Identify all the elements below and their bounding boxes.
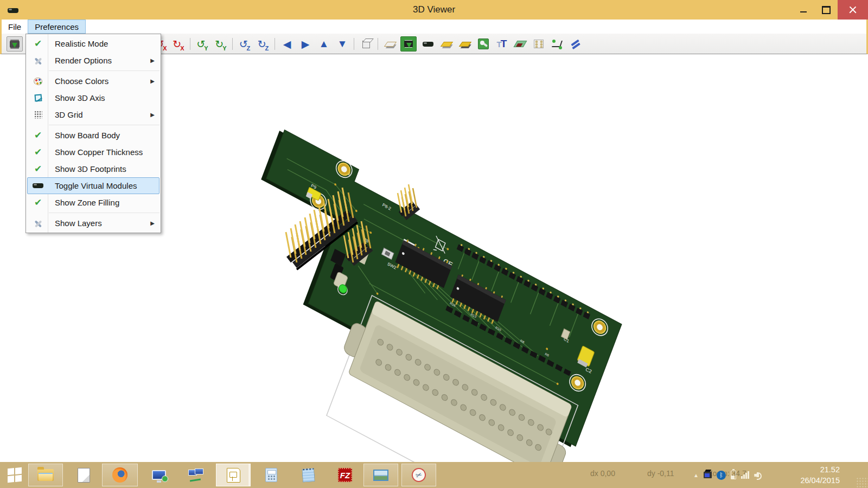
menu-separator bbox=[49, 125, 159, 125]
window-title: 3D Viewer bbox=[0, 4, 868, 15]
check-icon: ✔ bbox=[34, 146, 42, 158]
pin-header-2x4 bbox=[398, 184, 418, 218]
taskbar-snipping-tool[interactable]: ✂ bbox=[401, 464, 436, 486]
zone-icon bbox=[478, 38, 489, 49]
check-icon: ✔ bbox=[34, 163, 42, 175]
file-explorer-icon bbox=[37, 469, 54, 481]
taskbar-firefox[interactable] bbox=[102, 464, 138, 486]
show-solder-paste-button[interactable] bbox=[457, 36, 473, 52]
tray-show-hidden-icon[interactable]: ▲ bbox=[693, 472, 699, 478]
menu-item-render-options[interactable]: Render Options ▶ bbox=[27, 52, 159, 69]
check-icon: ✔ bbox=[34, 197, 42, 208]
taskbar-calculator[interactable] bbox=[255, 464, 288, 486]
show-3d-footprints-button[interactable] bbox=[400, 36, 417, 52]
tracks-icon bbox=[552, 40, 562, 48]
taskbar-notepad[interactable] bbox=[292, 464, 324, 486]
show-desktop-button[interactable] bbox=[856, 477, 868, 488]
status-dx: dx 0,00 bbox=[590, 469, 615, 478]
libreoffice-icon bbox=[78, 468, 90, 483]
titlebar: 3D Viewer bbox=[0, 0, 868, 20]
toolbar-separator bbox=[275, 38, 275, 50]
show-solder-mask-button[interactable] bbox=[438, 36, 455, 52]
layers-icon bbox=[384, 42, 396, 47]
menubar: File Preferences bbox=[0, 20, 868, 34]
battery-icon[interactable] bbox=[731, 471, 736, 479]
taskbar-kicad-active[interactable] bbox=[216, 464, 251, 486]
reload-board-icon bbox=[10, 41, 20, 48]
check-icon: ✔ bbox=[34, 38, 42, 49]
taskbar-filezilla[interactable]: FZ bbox=[329, 464, 361, 486]
toggle-virtual-modules-button[interactable] bbox=[420, 36, 436, 52]
show-comments-layer-button[interactable] bbox=[512, 36, 528, 52]
show-zone-filling-button[interactable] bbox=[475, 36, 492, 52]
move-down-button[interactable]: ▼ bbox=[334, 36, 350, 52]
show-vias-button[interactable] bbox=[567, 36, 584, 52]
start-button[interactable] bbox=[3, 464, 26, 486]
volume-icon[interactable] bbox=[754, 471, 763, 479]
menu-item-3d-grid[interactable]: 3D Grid ▶ bbox=[27, 106, 159, 123]
menu-item-show-layers[interactable]: Show Layers ▶ bbox=[27, 215, 159, 232]
network-computers-icon bbox=[188, 468, 203, 481]
comments-layer-icon bbox=[514, 41, 527, 47]
taskbar-file-explorer[interactable] bbox=[28, 464, 63, 486]
solder-paste-icon bbox=[458, 42, 471, 47]
tray-device-icon[interactable] bbox=[704, 472, 712, 478]
rotate-z-cw-button[interactable]: ↻Z bbox=[255, 36, 271, 52]
grid-dots-icon bbox=[34, 111, 42, 119]
calculator-icon bbox=[265, 468, 277, 482]
signal-bars-icon[interactable] bbox=[741, 471, 749, 479]
windows-logo-icon bbox=[8, 467, 22, 483]
taskbar-clock[interactable]: 21.52 26/04/2015 bbox=[800, 464, 840, 486]
move-left-button[interactable]: ◀ bbox=[279, 36, 295, 52]
notepad-icon bbox=[302, 468, 315, 483]
bluetooth-icon[interactable]: ᛒ bbox=[717, 471, 726, 480]
rotate-y-ccw-button[interactable]: ↺Y bbox=[194, 36, 210, 52]
close-button[interactable] bbox=[838, 0, 868, 20]
reload-board-button[interactable] bbox=[7, 36, 23, 52]
rotate-z-ccw-button[interactable]: ↺Z bbox=[237, 36, 253, 52]
rotate-x-cw-button[interactable]: ↻X bbox=[170, 36, 187, 52]
taskbar-libreoffice[interactable] bbox=[67, 464, 100, 486]
menu-item-show-3d-footprints[interactable]: ✔ Show 3D Footprints bbox=[27, 160, 159, 177]
minimize-button[interactable] bbox=[792, 0, 815, 20]
move-right-button[interactable]: ▶ bbox=[297, 36, 314, 52]
footprint-chip-icon bbox=[404, 41, 413, 47]
remote-desktop-icon bbox=[152, 470, 166, 480]
toolbar-separator bbox=[354, 38, 354, 50]
submenu-arrow-icon: ▶ bbox=[150, 112, 155, 118]
snipping-tool-icon: ✂ bbox=[410, 466, 427, 484]
show-tracks-button[interactable] bbox=[549, 36, 565, 52]
show-silkscreen-button[interactable]: TT bbox=[494, 36, 510, 52]
preferences-menu: ✔ Realistic Mode Render Options ▶ Choose… bbox=[25, 34, 161, 233]
show-eco-layers-button[interactable] bbox=[531, 36, 547, 52]
solder-mask-icon bbox=[440, 42, 452, 47]
show-board-body-button[interactable] bbox=[382, 36, 398, 52]
toolbar-separator bbox=[190, 38, 190, 50]
kicad-icon bbox=[227, 468, 240, 483]
clock-date: 26/04/2015 bbox=[800, 475, 840, 486]
move-up-button[interactable]: ▲ bbox=[316, 36, 332, 52]
menu-preferences[interactable]: Preferences bbox=[28, 20, 86, 34]
desktop: { "colors": { "titlebar": "#ECC467", "ta… bbox=[0, 0, 868, 488]
submenu-arrow-icon: ▶ bbox=[150, 220, 155, 226]
taskbar-network-places[interactable] bbox=[179, 464, 213, 486]
cube-icon bbox=[362, 41, 370, 48]
menu-item-show-zone-filling[interactable]: ✔ Show Zone Filling bbox=[27, 194, 159, 211]
orthographic-projection-button[interactable] bbox=[358, 36, 374, 52]
menu-separator bbox=[49, 70, 159, 71]
status-dy: dy -0,11 bbox=[647, 469, 674, 478]
submenu-arrow-icon: ▶ bbox=[150, 57, 155, 63]
taskbar: dx 0,00 dy -0,11 Zoom: 34,7 FZ ✂ ▲ ᛒ 21.… bbox=[0, 462, 868, 488]
menu-item-realistic-mode[interactable]: ✔ Realistic Mode bbox=[27, 35, 159, 52]
menu-file[interactable]: File bbox=[2, 20, 28, 34]
menu-item-show-3d-axis[interactable]: Show 3D Axis bbox=[27, 89, 159, 106]
menu-item-choose-colors[interactable]: Choose Colors ▶ bbox=[27, 73, 159, 89]
menu-item-toggle-virtual-modules[interactable]: Toggle Virtual Modules bbox=[27, 177, 159, 194]
pads-grid-icon bbox=[534, 40, 544, 48]
taskbar-image-viewer[interactable] bbox=[363, 464, 398, 486]
rotate-y-cw-button[interactable]: ↻Y bbox=[213, 36, 229, 52]
menu-item-show-copper-thickness[interactable]: ✔ Show Copper Thickness bbox=[27, 144, 159, 160]
menu-item-show-board-body[interactable]: ✔ Show Board Body bbox=[27, 127, 159, 144]
taskbar-remote-desktop[interactable] bbox=[142, 464, 176, 486]
maximize-button[interactable] bbox=[815, 0, 838, 20]
